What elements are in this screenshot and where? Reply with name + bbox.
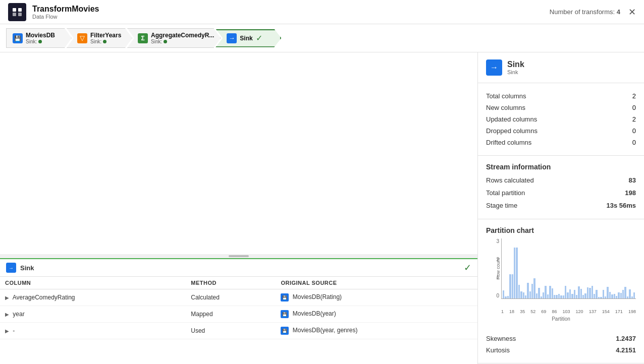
skew-kurt-section: Skewness 1.2437 Kurtosis 4.2151 — [478, 329, 644, 363]
table-row: ▶ AverageComedyRating Calculated 💾 Movie… — [0, 289, 477, 306]
aggregate-info: AggregateComedyR... Sink: — [151, 32, 214, 44]
bottom-panel-title: → Sink — [6, 263, 34, 273]
chart-bar — [545, 286, 546, 298]
chart-bar — [509, 274, 511, 298]
x-axis-tick: 171 — [615, 309, 623, 314]
expand-arrow-icon[interactable]: ▶ — [5, 312, 9, 317]
moviesdb-icon: 💾 — [13, 33, 23, 43]
x-axis-tick: 69 — [541, 309, 546, 314]
chart-bar — [563, 295, 564, 298]
chart-bar — [605, 296, 606, 298]
table-header-row: COLUMN METHOD ORIGINAL SOURCE — [0, 277, 477, 289]
skewness-label: Skewness — [486, 335, 516, 342]
movies-db-icon: 💾 — [281, 327, 289, 335]
chart-bar — [571, 294, 573, 298]
filteryears-info: FilterYears Sink: — [90, 32, 121, 44]
chart-bar — [614, 294, 615, 298]
chart-bar — [622, 290, 624, 298]
stats-section: Total columns 2 New columns 0 Updated co… — [478, 83, 644, 156]
header-left: TransformMovies Data Flow — [8, 3, 99, 21]
stream-label: Rows calculated — [486, 176, 534, 184]
bottom-panel-header: → Sink ✓ — [0, 259, 477, 277]
sink-large-icon: → — [486, 59, 502, 76]
chart-bar — [584, 293, 586, 298]
stream-section-title: Stream information — [478, 156, 644, 174]
right-panel-header: → Sink Sink — [478, 52, 644, 83]
bottom-panel-check: ✓ — [464, 262, 471, 273]
moviesdb-status-dot — [38, 40, 42, 43]
chart-bar — [512, 274, 513, 298]
x-axis-tick: 103 — [562, 309, 570, 314]
expand-arrow-icon[interactable]: ▶ — [5, 328, 9, 334]
chart-bar — [631, 296, 633, 298]
sink-check-icon: ✓ — [256, 33, 262, 43]
stat-row: New columns 0 — [486, 102, 636, 113]
app-icon — [8, 3, 26, 21]
stat-label: New columns — [486, 104, 525, 111]
x-axis-tick: 86 — [552, 309, 557, 314]
chart-bar — [538, 288, 540, 298]
svg-rect-0 — [13, 8, 16, 12]
expand-arrow-icon[interactable]: ▶ — [5, 295, 9, 300]
chart-bar — [609, 292, 611, 298]
main-layout: → Sink ✓ COLUMN METHOD ORIGINAL SOURCE ▶… — [0, 52, 644, 364]
chart-bar — [629, 289, 630, 298]
col-header-source: ORIGINAL SOURCE — [276, 277, 477, 289]
stat-value: 2 — [632, 115, 636, 123]
chart-bar — [603, 290, 604, 298]
chart-bar — [592, 286, 593, 298]
x-axis-tick: 35 — [520, 309, 525, 314]
chart-bar — [582, 295, 584, 298]
chart-bar — [533, 278, 535, 298]
scroll-indicator[interactable] — [0, 254, 477, 258]
x-axis-tick: 52 — [530, 309, 535, 314]
partition-chart: 3210 Row count — [501, 238, 636, 299]
stat-value: 0 — [632, 104, 636, 111]
table-cell-method: Used — [186, 323, 276, 339]
stat-value: 2 — [632, 92, 636, 100]
scroll-thumb — [229, 255, 249, 257]
table-cell-column: ▶ AverageComedyRating — [0, 289, 186, 306]
movies-db-icon: 💾 — [281, 310, 289, 318]
sink-icon: → — [227, 33, 237, 43]
stat-value: 0 — [632, 127, 636, 135]
table-cell-source: 💾 MoviesDB(year) — [276, 306, 477, 323]
x-axis-tick: 120 — [576, 309, 583, 314]
chart-bar — [516, 248, 517, 298]
chart-bar — [578, 286, 579, 298]
chart-bar — [527, 283, 528, 298]
chart-bar — [611, 294, 613, 298]
chart-bar — [618, 292, 619, 298]
aggregate-icon: Σ — [138, 33, 148, 43]
right-panel-title-block: Sink Sink — [507, 60, 524, 75]
close-button[interactable]: ✕ — [628, 7, 636, 18]
sink-small-icon: → — [6, 263, 16, 273]
pipeline-step-sink[interactable]: → Sink ✓ — [216, 29, 281, 47]
pipeline-step-aggregate[interactable]: Σ AggregateComedyR... Sink: — [127, 28, 221, 48]
chart-bar — [547, 294, 549, 298]
pipeline-step-moviesdb[interactable]: 💾 MoviesDB Sink: — [6, 28, 72, 48]
stat-row: Total columns 2 — [486, 90, 636, 102]
chart-bar — [529, 291, 531, 298]
chart-bar — [552, 288, 553, 298]
stat-row: Dropped columns 0 — [486, 125, 636, 137]
table-row: ▶ - Used 💾 MoviesDB(year, genres) — [0, 323, 477, 339]
bottom-panel: → Sink ✓ COLUMN METHOD ORIGINAL SOURCE ▶… — [0, 258, 477, 364]
chart-bar — [569, 289, 571, 298]
svg-rect-1 — [18, 8, 22, 12]
skewness-row: Skewness 1.2437 — [486, 333, 636, 344]
chart-bar — [543, 292, 544, 298]
stream-label: Stage time — [486, 202, 517, 209]
skewness-value: 1.2437 — [616, 335, 636, 342]
stream-row: Stage time 13s 56ms — [486, 199, 636, 212]
stat-label: Dropped columns — [486, 127, 538, 135]
table-cell-column: ▶ - — [0, 323, 186, 339]
table-cell-source: 💾 MoviesDB(Rating) — [276, 289, 477, 306]
right-panel: → Sink Sink Total columns 2 New columns … — [477, 52, 644, 364]
table-cell-method: Calculated — [186, 289, 276, 306]
chart-bar — [536, 293, 538, 298]
pipeline-step-filteryears[interactable]: ▽ FilterYears Sink: — [67, 28, 132, 48]
chart-bar — [607, 287, 608, 298]
pipeline-bar: 💾 MoviesDB Sink: ▽ FilterYears Sink: Σ A… — [0, 24, 644, 52]
x-axis-tick: 198 — [628, 309, 636, 314]
